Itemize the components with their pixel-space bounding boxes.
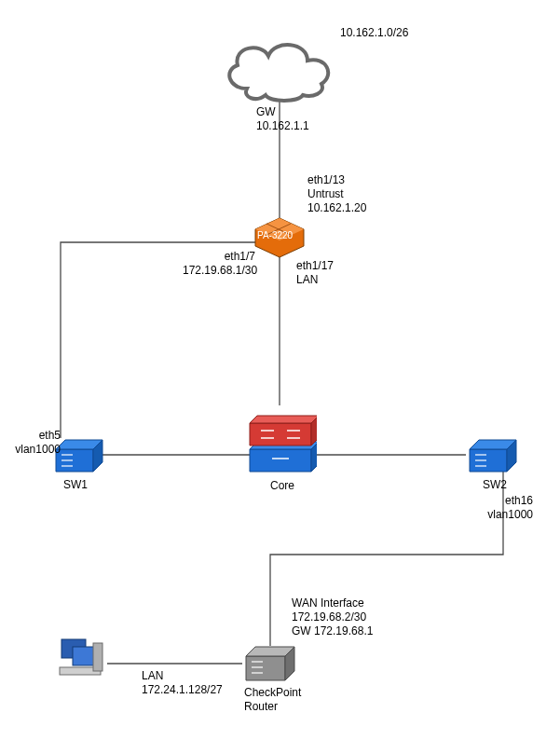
cloud-icon	[214, 28, 345, 112]
svg-marker-10	[250, 416, 317, 423]
sw2-label: SW2	[483, 478, 507, 492]
svg-marker-6	[250, 449, 311, 472]
checkpoint-icon	[242, 643, 298, 684]
core-label: Core	[270, 479, 294, 493]
cp-lan-label: LAN 172.24.1.128/27	[142, 669, 223, 697]
pa-core-iface-label: eth1/17 LAN	[296, 259, 334, 287]
pa-sw1-iface-label: eth1/7 172.19.68.1/30	[183, 250, 255, 278]
core-switch-icon	[244, 403, 317, 475]
workstation-icon	[56, 634, 110, 682]
cloud-gw-label: GW 10.162.1.1	[256, 105, 309, 133]
svg-marker-9	[250, 423, 311, 445]
sw1-iface-label: eth5 vlan1000	[14, 429, 61, 457]
pa-wan-iface-label: eth1/13 Untrust 10.162.1.20	[307, 173, 366, 215]
checkpoint-label: CheckPoint Router	[244, 686, 301, 714]
svg-marker-29	[246, 656, 285, 680]
sw1-label: SW1	[63, 478, 88, 492]
cloud-network-label: 10.162.1.0/26	[340, 26, 408, 40]
svg-rect-38	[93, 643, 102, 671]
cp-wan-label: WAN Interface 172.19.68.2/30 GW 172.19.6…	[292, 596, 373, 638]
sw2-iface-label: eth16 vlan1000	[483, 494, 533, 522]
sw2-icon	[466, 436, 518, 475]
pa-device-label: PA-3220	[257, 230, 293, 242]
